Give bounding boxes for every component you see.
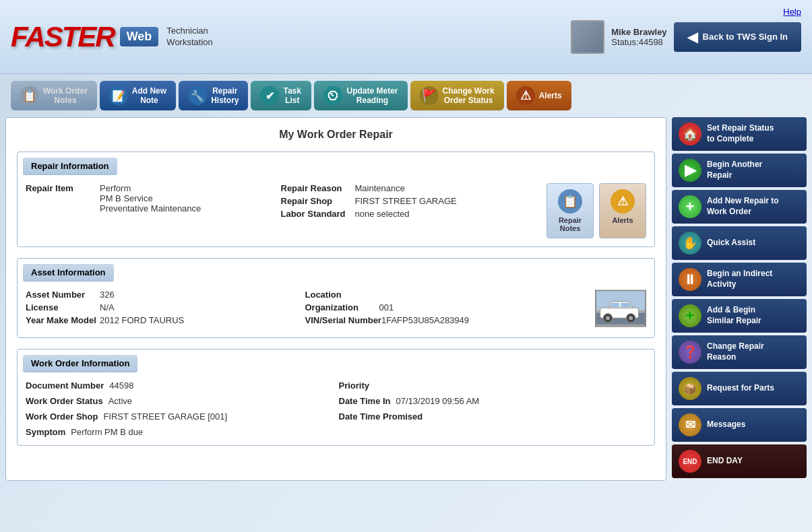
- priority-label: Priority: [339, 380, 370, 391]
- svg-point-7: [606, 316, 610, 320]
- update-meter-icon: ⏲: [323, 86, 342, 105]
- alerts-icon: ⚠: [516, 86, 535, 105]
- wo-status-value: Active: [108, 396, 132, 406]
- year-make-model-row: Year Make Model 2012 FORD TAURUS: [26, 315, 305, 325]
- add-new-repair-button[interactable]: + Add New Repair toWork Order: [672, 190, 807, 224]
- change-repair-reason-icon: ❓: [679, 341, 701, 364]
- symptom-value: Perform PM B due: [71, 427, 143, 437]
- begin-indirect-activity-button[interactable]: ⏸ Begin an IndirectActivity: [672, 263, 807, 296]
- faster-logo: FASTER: [11, 21, 115, 53]
- quick-assist-button[interactable]: ✋ Quick Assist: [672, 226, 807, 260]
- add-new-note-icon: 📝: [109, 86, 128, 105]
- document-number-value: 44598: [109, 380, 133, 391]
- nav-alerts[interactable]: ⚠ Alerts: [507, 81, 571, 110]
- svg-point-9: [629, 316, 633, 320]
- symptom-row: Symptom Perform PM B due: [26, 427, 646, 437]
- repair-item-value: Perform PM B Service Preventative Mainte…: [100, 183, 201, 213]
- priority-row: Priority: [339, 380, 647, 391]
- logo-area: FASTER Web Technician Workstation: [11, 21, 213, 53]
- repair-reason-label: Repair Reason: [281, 183, 355, 193]
- repair-item-row: Repair Item Perform PM B Service Prevent…: [26, 183, 281, 213]
- year-make-model-label: Year Make Model: [26, 315, 100, 325]
- asset-info-body: Asset Number 326 License N/A Year Make M…: [18, 281, 654, 337]
- repair-reason-value: Maintenance: [355, 183, 405, 193]
- avatar: [571, 20, 604, 54]
- add-similar-icon: +: [679, 304, 701, 327]
- date-time-promised-row: Date Time Promised: [339, 411, 647, 422]
- nav-task-list[interactable]: ✔ TaskList: [251, 81, 311, 110]
- organization-label: Organization: [305, 302, 379, 312]
- user-details: Mike Brawley Status:44598: [611, 27, 666, 47]
- user-info: Mike Brawley Status:44598 ◀ Back to TWS …: [571, 20, 801, 54]
- repair-item-label: Repair Item: [26, 183, 100, 193]
- main-container: My Work Order Repair Repair Information …: [0, 117, 812, 486]
- change-repair-reason-button[interactable]: ❓ Change RepairReason: [672, 335, 807, 369]
- date-time-in-label: Date Time In: [339, 396, 391, 406]
- end-day-icon: END: [679, 450, 701, 473]
- license-row: License N/A: [26, 302, 305, 312]
- nav-repair-history[interactable]: 🔧 RepairHistory: [179, 81, 248, 110]
- wo-shop-label: Work Order Shop: [26, 411, 98, 422]
- vin-label: VIN/Serial Number: [305, 315, 381, 325]
- begin-indirect-icon: ⏸: [679, 268, 701, 291]
- date-time-in-value: 07/13/2019 09:56 AM: [396, 396, 480, 406]
- request-for-parts-button[interactable]: 📦 Request for Parts: [672, 372, 807, 405]
- wo-info-body: Document Number 44598 Priority Work Orde…: [18, 372, 654, 445]
- date-time-promised-label: Date Time Promised: [339, 411, 423, 422]
- location-label: Location: [305, 290, 379, 300]
- year-make-model-value: 2012 FORD TAURUS: [100, 315, 184, 325]
- page-title: My Work Order Repair: [17, 129, 655, 141]
- sidebar: 🏠 Set Repair Statusto Complete ▶ Begin A…: [672, 117, 807, 481]
- repair-shop-label: Repair Shop: [281, 196, 355, 206]
- repair-notes-icon: 📋: [558, 189, 582, 213]
- help-link[interactable]: Help: [783, 7, 801, 17]
- vin-row: VIN/Serial Number 1FAFP53U85A283949: [305, 315, 585, 325]
- nav-update-meter[interactable]: ⏲ Update MeterReading: [314, 81, 407, 110]
- asset-info-header: Asset Information: [23, 264, 114, 281]
- symptom-label: Symptom: [26, 427, 65, 437]
- repair-reason-row: Repair Reason Maintenance: [281, 183, 536, 193]
- set-status-icon: 🏠: [679, 123, 701, 145]
- nav-work-order-notes[interactable]: 📋 Work OrderNotes: [11, 81, 97, 110]
- repair-info-header: Repair Information: [23, 158, 117, 175]
- add-begin-similar-repair-button[interactable]: + Add & BeginSimilar Repair: [672, 299, 807, 333]
- nav-change-work-order-status[interactable]: 🚩 Change WorkOrder Status: [410, 81, 504, 110]
- repair-shop-value: FIRST STREET GARAGE: [355, 196, 457, 206]
- wo-grid: Document Number 44598 Priority Work Orde…: [26, 380, 646, 422]
- repair-alerts-icon: ⚠: [611, 189, 635, 213]
- wo-status-row: Work Order Status Active: [26, 396, 334, 406]
- navbar: 📋 Work OrderNotes 📝 Add NewNote 🔧 Repair…: [0, 74, 812, 117]
- document-number-label: Document Number: [26, 380, 104, 391]
- user-status: Status:44598: [611, 37, 666, 47]
- labor-standard-row: Labor Standard none selected: [281, 209, 536, 219]
- repair-alerts-button[interactable]: ⚠ Alerts: [599, 183, 646, 238]
- asset-number-label: Asset Number: [26, 290, 100, 300]
- organization-row: Organization 001: [305, 302, 585, 312]
- repair-actions: 📋 Repair Notes ⚠ Alerts: [546, 183, 646, 238]
- wo-info-header: Work Order Information: [23, 355, 137, 372]
- repair-notes-button[interactable]: 📋 Repair Notes: [546, 183, 594, 238]
- back-to-tws-button[interactable]: ◀ Back to TWS Sign In: [674, 22, 801, 52]
- content-area: My Work Order Repair Repair Information …: [5, 117, 666, 481]
- wo-status-label: Work Order Status: [26, 396, 103, 406]
- asset-number-row: Asset Number 326: [26, 290, 305, 300]
- repair-info-body: Repair Item Perform PM B Service Prevent…: [18, 175, 654, 246]
- work-order-notes-icon: 📋: [20, 86, 39, 105]
- wo-shop-row: Work Order Shop FIRST STREET GARAGE [001…: [26, 411, 334, 422]
- nav-add-new-note[interactable]: 📝 Add NewNote: [100, 81, 176, 110]
- back-arrow-icon: ◀: [687, 29, 697, 45]
- location-row: Location: [305, 290, 585, 300]
- license-value: N/A: [100, 302, 115, 312]
- begin-another-repair-button[interactable]: ▶ Begin AnotherRepair: [672, 154, 807, 187]
- repair-history-icon: 🔧: [188, 86, 207, 105]
- document-number-row: Document Number 44598: [26, 380, 334, 391]
- asset-image: [595, 290, 646, 329]
- messages-button[interactable]: ✉ Messages: [672, 408, 807, 442]
- set-repair-status-button[interactable]: 🏠 Set Repair Statusto Complete: [672, 117, 807, 151]
- change-wo-status-icon: 🚩: [420, 86, 439, 105]
- labor-standard-label: Labor Standard: [281, 209, 355, 219]
- wo-shop-value: FIRST STREET GARAGE [001]: [103, 411, 227, 422]
- date-time-in-row: Date Time In 07/13/2019 09:56 AM: [339, 396, 647, 406]
- header: FASTER Web Technician Workstation Mike B…: [0, 0, 812, 74]
- end-day-button[interactable]: END END DAY: [672, 444, 807, 478]
